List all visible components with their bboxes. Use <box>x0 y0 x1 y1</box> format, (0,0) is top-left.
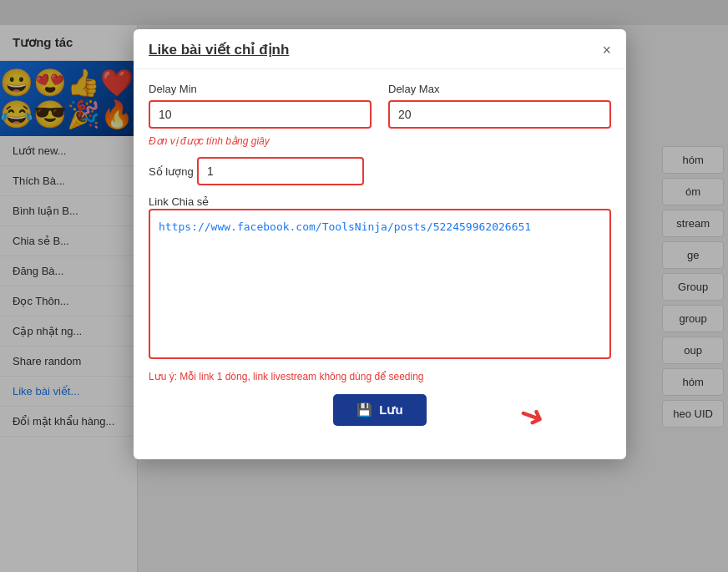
modal-close-button[interactable]: × <box>602 43 611 58</box>
delay-max-label: Delay Max <box>388 83 611 95</box>
delay-row: Delay Min Delay Max <box>149 83 611 129</box>
so-luong-group: Số lượng <box>149 157 611 185</box>
arrow-indicator: ➜ <box>514 395 550 437</box>
save-button[interactable]: 💾 Lưu <box>333 394 426 426</box>
so-luong-label: Số lượng <box>149 165 194 178</box>
note-text: Lưu ý: Mỗi link 1 dòng, link livestream … <box>149 371 611 382</box>
modal-footer: 💾 Lưu ➜ <box>149 394 611 443</box>
delay-hint: Đơn vị được tính bằng giây <box>149 135 611 147</box>
save-label: Lưu <box>379 402 402 418</box>
delay-min-label: Delay Min <box>149 83 372 95</box>
delay-max-group: Delay Max <box>388 83 611 129</box>
delay-min-group: Delay Min <box>149 83 372 129</box>
modal-title: Like bài viết chỉ định <box>149 41 289 58</box>
delay-min-input[interactable] <box>149 100 372 129</box>
so-luong-input[interactable] <box>197 157 364 185</box>
link-label: Link Chia sẻ <box>149 195 209 208</box>
link-textarea[interactable]: https://www.facebook.com/ToolsNinja/post… <box>149 209 611 359</box>
save-icon: 💾 <box>356 402 372 418</box>
modal-like-bai-viet: Like bài viết chỉ định × Delay Min Delay… <box>134 29 626 459</box>
link-group: Link Chia sẻ https://www.facebook.com/To… <box>149 194 611 362</box>
modal-header: Like bài viết chỉ định × <box>134 29 626 69</box>
delay-max-input[interactable] <box>388 100 611 129</box>
modal-body: Delay Min Delay Max Đơn vị được tính bằn… <box>134 69 626 459</box>
